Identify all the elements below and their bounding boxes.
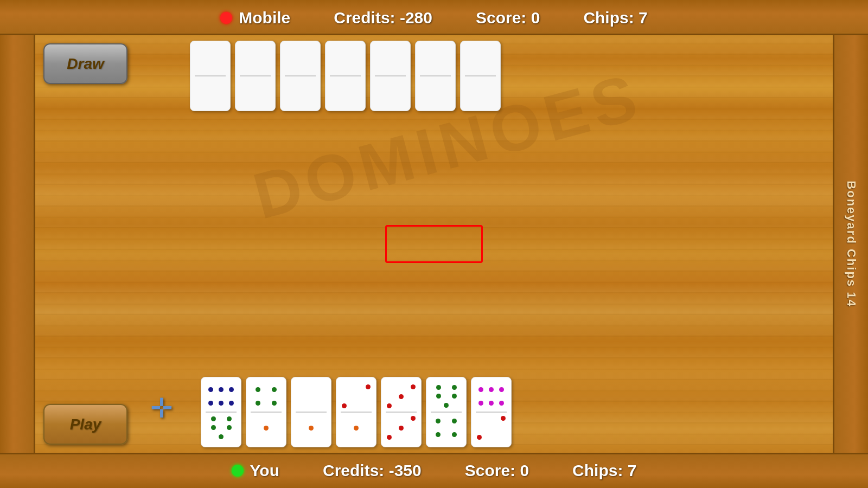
play-button-label: Play (70, 416, 101, 433)
play-button[interactable]: Play (43, 404, 127, 445)
game-container: Boneyard Chips 14 DOMINOES Mobile Credit… (0, 0, 868, 488)
tile-5-bottom (385, 414, 418, 442)
tile-3-bottom (295, 414, 328, 442)
opponent-tile-1 (190, 41, 231, 111)
tile-4-top (340, 382, 373, 410)
mobile-credits-label: Credits: -280 (334, 9, 432, 27)
draw-button-label: Draw (67, 55, 104, 73)
opponent-tile-5 (370, 41, 411, 111)
tile-3-top (295, 382, 328, 410)
tile-2-bottom (250, 414, 283, 442)
player-tile-7[interactable] (471, 377, 512, 447)
tile-1-bottom (205, 414, 238, 442)
opponent-tile-4 (325, 41, 366, 111)
move-icon: ✛ (146, 393, 176, 423)
header-bar: Mobile Credits: -280 Score: 0 Chips: 7 (0, 0, 868, 35)
tile-5-top (385, 382, 418, 410)
mobile-name-label: Mobile (239, 9, 290, 27)
frame-right: Boneyard Chips 14 (833, 35, 868, 453)
you-name-label: You (250, 461, 279, 480)
tile-7-bottom (475, 414, 508, 442)
footer-bar: You Credits: -350 Score: 0 Chips: 7 (0, 453, 868, 488)
tile-7-top (475, 382, 508, 410)
you-chips-label: Chips: 7 (572, 461, 636, 480)
mobile-status-dot (220, 12, 232, 24)
play-zone[interactable] (385, 225, 483, 263)
you-credits-label: Credits: -350 (323, 461, 422, 480)
you-score-label: Score: 0 (465, 461, 529, 480)
opponent-hand (190, 41, 501, 111)
boneyard-chips-label: Boneyard Chips 14 (844, 163, 858, 325)
tile-1-top (205, 382, 238, 410)
you-status-dot (232, 465, 244, 477)
player-hand (201, 377, 512, 447)
draw-button[interactable]: Draw (43, 43, 127, 84)
mobile-indicator: Mobile (220, 9, 290, 27)
tile-4-bottom (340, 414, 373, 442)
tile-2-top (250, 382, 283, 410)
player-tile-6[interactable] (426, 377, 467, 447)
player-tile-4[interactable] (336, 377, 376, 447)
opponent-tile-2 (235, 41, 276, 111)
tile-6-top (430, 382, 463, 410)
frame-left (0, 35, 35, 453)
tile-6-bottom (430, 414, 463, 442)
mobile-chips-label: Chips: 7 (583, 9, 647, 27)
player-tile-2[interactable] (246, 377, 286, 447)
you-indicator: You (232, 461, 279, 480)
opponent-tile-3 (280, 41, 321, 111)
player-tile-5[interactable] (381, 377, 422, 447)
opponent-tile-6 (415, 41, 456, 111)
player-tile-1[interactable] (201, 377, 241, 447)
mobile-score-label: Score: 0 (476, 9, 540, 27)
opponent-tile-7 (460, 41, 501, 111)
player-tile-3[interactable] (291, 377, 331, 447)
